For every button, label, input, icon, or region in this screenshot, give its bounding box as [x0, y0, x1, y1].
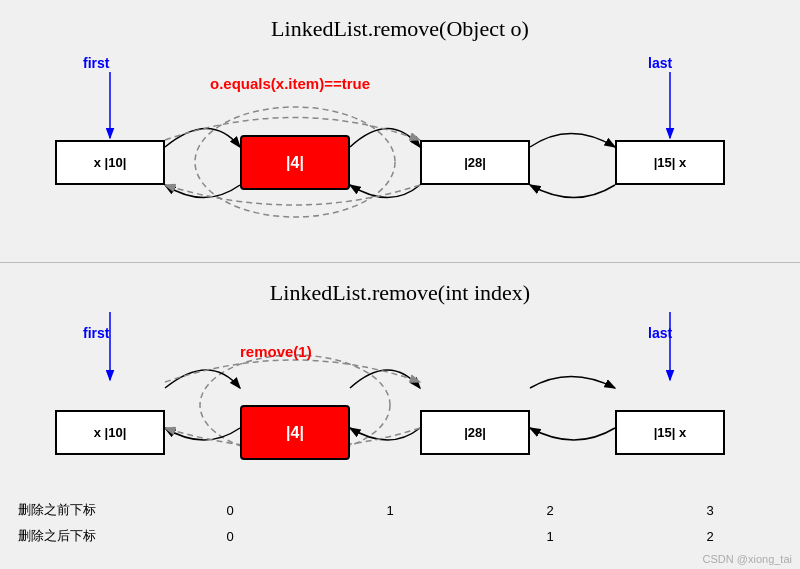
table-row-before: 删除之前下标 0 1 2 3: [10, 497, 790, 523]
index-table-container: 删除之前下标 0 1 2 3 删除之后下标 0 1 2: [0, 497, 800, 549]
top-first-label: first: [83, 55, 109, 71]
bottom-node-2: | 4 |: [240, 405, 350, 460]
row-after-col2: 1: [470, 523, 630, 549]
top-last-label: last: [648, 55, 672, 71]
row-before-col1: 1: [310, 497, 470, 523]
row-before-col3: 3: [630, 497, 790, 523]
row-after-col0: 0: [150, 523, 310, 549]
table-row-after: 删除之后下标 0 1 2: [10, 523, 790, 549]
top-annotation: o.equals(x.item)==true: [210, 75, 370, 92]
bottom-last-label: last: [648, 325, 672, 341]
bottom-node-1: x | 10 |: [55, 410, 165, 455]
bottom-node-3: | 28 |: [420, 410, 530, 455]
bottom-first-label: first: [83, 325, 109, 341]
top-node-4: | 15 | x: [615, 140, 725, 185]
index-table: 删除之前下标 0 1 2 3 删除之后下标 0 1 2: [10, 497, 790, 549]
row-before-col2: 2: [470, 497, 630, 523]
watermark: CSDN @xiong_tai: [703, 553, 792, 565]
row-before-label: 删除之前下标: [10, 497, 150, 523]
top-node-3: | 28 |: [420, 140, 530, 185]
row-after-label: 删除之后下标: [10, 523, 150, 549]
row-before-col0: 0: [150, 497, 310, 523]
top-node-1: x | 10 |: [55, 140, 165, 185]
section-divider: [0, 262, 800, 263]
top-node-2: | 4 |: [240, 135, 350, 190]
bottom-node-4: | 15 | x: [615, 410, 725, 455]
row-after-col3: 2: [630, 523, 790, 549]
top-title: LinkedList.remove(Object o): [0, 8, 800, 42]
bottom-annotation: remove(1): [240, 343, 312, 360]
main-container: LinkedList.remove(Object o) LinkedList.r…: [0, 0, 800, 569]
row-after-col1: [310, 523, 470, 549]
